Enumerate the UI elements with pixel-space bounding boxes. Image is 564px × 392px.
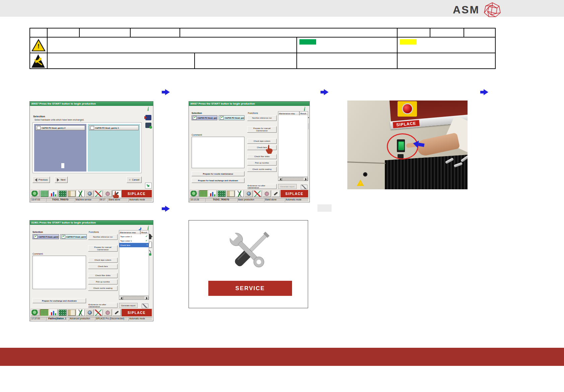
function-button[interactable]: Check nozzle seating: [247, 167, 277, 172]
matrix-icon[interactable]: [199, 190, 208, 197]
flow-arrow-icon: [480, 89, 489, 95]
checkbox-checked[interactable]: [34, 235, 38, 239]
checkbox[interactable]: [37, 126, 41, 130]
generate-report-button[interactable]: Generate report: [278, 184, 297, 189]
checkbox-checked[interactable]: [62, 235, 65, 239]
checkbox[interactable]: [90, 126, 94, 130]
pcb-icon[interactable]: [58, 190, 67, 197]
endurance-run-button[interactable]: Endurance run after maintenance: [88, 303, 118, 308]
import-icon[interactable]: [145, 115, 151, 120]
screenshot-results-screen: 31901 Press the START button to begin pr…: [29, 220, 153, 321]
comment-field[interactable]: [32, 256, 86, 289]
repair-icon[interactable]: [94, 190, 103, 197]
maintenance-step-list[interactable]: Tape cutter 2✔Tape cutter 1✔Check fans*: [119, 234, 149, 296]
pcb-icon[interactable]: [217, 190, 226, 197]
service-icon[interactable]: [113, 309, 121, 316]
emergency-stop-button[interactable]: [403, 104, 412, 113]
setup-icon[interactable]: [103, 309, 112, 316]
statistics-icon[interactable]: [208, 190, 217, 197]
endurance-run-button[interactable]: Endurance run after maintenance: [247, 184, 277, 189]
prepare-head-exchange-button[interactable]: Prepare for head exchange and shutdown: [192, 178, 244, 183]
maintenance-row[interactable]: Tape cutter 2✔: [119, 234, 149, 239]
function-button[interactable]: Nozzles reference run: [88, 234, 118, 240]
hardware-item-gantry1[interactable]: C&P20 P2 Head, gantry 1: [219, 115, 244, 120]
statistics-icon[interactable]: [49, 190, 58, 197]
generate-report-button[interactable]: Generate report: [119, 303, 138, 308]
gantry2-panel: C&P20 P2 Head, gantry 2: [34, 124, 86, 172]
cancel-button[interactable]: × Cancel: [127, 177, 142, 183]
camera-icon[interactable]: [85, 190, 94, 197]
horizontal-scrollbar[interactable]: [278, 177, 308, 181]
hardware-item-gantry2[interactable]: C&P20 P Head, gantry 2: [32, 234, 59, 239]
previous-button[interactable]: Previous: [32, 177, 50, 183]
scrollbar-track[interactable]: [282, 178, 304, 181]
hardware-item-label: C&P20 P Head, gantry 2: [39, 236, 59, 238]
function-button[interactable]: Pick up nozzles: [247, 160, 277, 166]
function-button[interactable]: Prepare for manual maintenance: [247, 126, 277, 133]
function-button[interactable]: Check nozzle seating: [88, 286, 118, 291]
confirm-icon[interactable]: [145, 183, 152, 189]
graph-icon[interactable]: [235, 190, 244, 197]
comment-field[interactable]: [192, 137, 244, 168]
next-button[interactable]: Next: [55, 177, 68, 183]
scroll-left-button[interactable]: [119, 297, 123, 300]
function-button[interactable]: Check filter disks: [247, 154, 277, 159]
graph-icon[interactable]: [76, 190, 85, 197]
scroll-left-button[interactable]: [278, 178, 282, 181]
hardware-item-gantry2[interactable]: C&P20 P2 Head, gantry 2: [192, 115, 217, 120]
signature-pencil-icon[interactable]: [301, 185, 307, 189]
matrix-icon[interactable]: [40, 309, 49, 316]
components-icon[interactable]: [190, 190, 199, 197]
cancel-x-icon: ×: [129, 178, 131, 182]
components-icon[interactable]: [31, 309, 40, 316]
function-button[interactable]: Check fans: [88, 264, 118, 269]
repair-icon[interactable]: [254, 190, 262, 197]
case-icon[interactable]: [145, 123, 151, 128]
service-icon[interactable]: [272, 190, 280, 197]
function-button[interactable]: Check tape cutters: [88, 258, 118, 263]
statistics-icon[interactable]: [49, 309, 58, 316]
hardware-item-gantry2[interactable]: C&P20 P2 Head, gantry 2: [36, 125, 85, 130]
checkbox-checked[interactable]: [220, 116, 224, 120]
signature-pencil-icon[interactable]: [142, 304, 148, 308]
scrollbar-track[interactable]: [123, 297, 145, 300]
prepare-nozzle-maintenance-button[interactable]: Prepare for nozzle maintenance: [192, 171, 244, 176]
function-button[interactable]: Nozzles reference run: [247, 115, 277, 121]
repair-icon[interactable]: [94, 309, 103, 316]
horizontal-scrollbar[interactable]: [119, 296, 149, 300]
asm-logo-text: ASM: [453, 4, 480, 16]
window-title: 30037 Press the START button to begin pr…: [189, 102, 309, 106]
maintenance-row[interactable]: Check fans*: [119, 243, 149, 247]
maintenance-step-list[interactable]: [278, 115, 308, 177]
function-button[interactable]: Check filter disks: [88, 273, 118, 278]
hardware-item-gantry1[interactable]: C&P20 P Head, gantry 1: [60, 234, 87, 239]
hardware-item-gantry1[interactable]: C&P20 P2 Head, gantry 1: [89, 125, 139, 130]
camera-icon[interactable]: [244, 190, 253, 197]
maintenance-step-name: Tape cutter 2: [120, 236, 132, 238]
result-busy-icon: *: [146, 244, 148, 247]
esd-warning-icon: [31, 54, 45, 68]
function-button[interactable]: Pick up nozzles: [88, 279, 118, 284]
prepare-exchange-shutdown-button[interactable]: Prepare for exchange and shutdown: [32, 298, 86, 303]
scroll-right-button[interactable]: [304, 178, 308, 181]
function-button[interactable]: Prepare for manual maintenance: [88, 245, 118, 252]
maintenance-row[interactable]: Tape cutter 1✔: [119, 239, 149, 243]
pcb-icon[interactable]: [58, 309, 67, 316]
checkbox-checked[interactable]: [193, 116, 197, 120]
previous-arrow-icon: [35, 178, 37, 182]
bottom-red-band: [0, 348, 564, 366]
storage-icon[interactable]: [67, 190, 76, 197]
table-cell: [30, 28, 47, 37]
setup-icon[interactable]: [263, 190, 271, 197]
camera-icon[interactable]: [85, 309, 94, 316]
components-icon[interactable]: [31, 190, 40, 197]
storage-icon[interactable]: [67, 309, 76, 316]
storage-icon[interactable]: [226, 190, 235, 197]
function-button[interactable]: Check tape cutters: [247, 139, 277, 144]
graph-icon[interactable]: [76, 309, 85, 316]
hardware-item-label: C&P20 P2 Head, gantry 1: [225, 117, 244, 119]
matrix-icon[interactable]: [40, 190, 49, 197]
scroll-right-button[interactable]: [145, 297, 149, 300]
setup-icon[interactable]: [103, 190, 112, 197]
info-icon[interactable]: [145, 107, 151, 113]
